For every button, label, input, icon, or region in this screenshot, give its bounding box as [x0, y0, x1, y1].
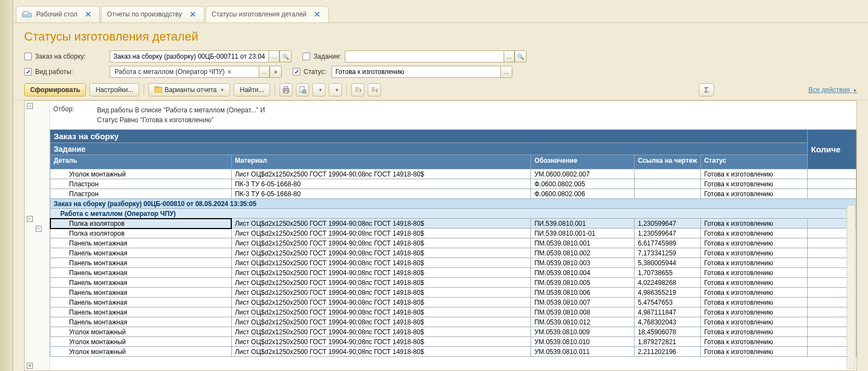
tab-reports[interactable]: Отчеты по производству ✕: [101, 6, 204, 22]
tree-gutter: − − − +: [25, 101, 50, 370]
report-area: − − − + Отбор: Вид работы В списке "Рабо…: [24, 100, 857, 371]
ellipsis-button[interactable]: …: [504, 50, 515, 62]
cell-material: Лист ОЦ$d2x1250x2500 ГОСТ 19904-90;08пс …: [231, 307, 530, 317]
cell-material: Лист ОЦ$d2x1250x2500 ГОСТ 19904-90;08пс …: [231, 229, 530, 238]
cell-detail: Полка изоляторов: [50, 229, 232, 238]
find-button[interactable]: Найти...: [233, 83, 270, 96]
table-row[interactable]: Панель монтажнаяЛист ОЦ$d2x1250x2500 ГОС…: [50, 307, 856, 317]
separator: [346, 84, 347, 95]
table-row[interactable]: ПластронПК-3 ТУ 6-05-1668-80Ф.0600.0802.…: [50, 189, 856, 199]
clear-icon[interactable]: ✕: [270, 66, 282, 78]
task-input[interactable]: [345, 50, 504, 62]
cell-qty: [808, 179, 856, 189]
search-icon[interactable]: 🔍: [279, 50, 292, 62]
preview-button[interactable]: [296, 83, 309, 96]
cell-designation: УМ.0539.0810.009: [531, 327, 635, 337]
cell-material: Лист ОЦ$d2x1250x2500 ГОСТ 19904-90;08пс …: [231, 219, 530, 229]
generate-button[interactable]: Сформировать: [24, 83, 86, 96]
cell-link: 4,987111847: [634, 307, 700, 317]
table-row[interactable]: Панель монтажнаяЛист ОЦ$d2x1250x2500 ГОС…: [50, 288, 856, 298]
cell-detail: Уголок монтажный: [50, 169, 232, 179]
folder-icon: [155, 86, 162, 94]
cell-designation: ПИ.539.0810.001: [531, 219, 635, 229]
group-worktype[interactable]: Работа с металлом (Оператор ЧПУ): [50, 209, 856, 219]
group-order[interactable]: Заказ на сборку (разборку) 00ЦБ-000810 о…: [50, 199, 856, 209]
cell-status: Готова к изготовлению: [700, 298, 807, 307]
toolbar: Сформировать Настройки... Варианты отчет…: [13, 80, 868, 100]
cell-link: 6,617745989: [634, 238, 700, 248]
table-row[interactable]: Уголок монтажныйЛист ОЦ$d2x1250x2500 ГОС…: [50, 337, 856, 347]
order-input[interactable]: [110, 50, 269, 62]
tree-expand-icon[interactable]: +: [27, 363, 33, 369]
table-row[interactable]: Панель монтажнаяЛист ОЦ$d2x1250x2500 ГОС…: [50, 248, 856, 258]
cell-designation: ПМ.0539.0810.003: [531, 258, 635, 268]
report-table: Заказ на сборкуКоличе Задание Деталь Мат…: [50, 129, 856, 357]
collapse-button[interactable]: [368, 83, 381, 96]
header-designation: Обозначение: [531, 155, 635, 169]
tab-desktop[interactable]: Рабочий стол ✕: [16, 6, 100, 22]
print-button[interactable]: [279, 83, 293, 96]
cell-detail: Панель монтажная: [50, 298, 232, 307]
cell-material: Лист ОЦ$d2x1250x2500 ГОСТ 19904-90;08пс …: [231, 169, 530, 179]
worktype-label: Вид работы:: [35, 68, 106, 76]
cell-material: Лист ОЦ$d2x1250x2500 ГОСТ 19904-90;08пс …: [231, 288, 530, 298]
status-checkbox[interactable]: [293, 68, 300, 76]
table-row[interactable]: ПластронПК-3 ТУ 6-05-1668-80Ф.0600.0802.…: [50, 179, 856, 189]
table-row[interactable]: Панель монтажнаяЛист ОЦ$d2x1250x2500 ГОС…: [50, 268, 856, 278]
table-row[interactable]: Уголок монтажныйЛист ОЦ$d2x1250x2500 ГОС…: [50, 169, 856, 179]
cell-detail: Полка изоляторов: [50, 219, 232, 229]
table-row[interactable]: Полка изоляторовЛист ОЦ$d2x1250x2500 ГОС…: [50, 229, 856, 238]
table-row[interactable]: Панель монтажнаяЛист ОЦ$d2x1250x2500 ГОС…: [50, 258, 856, 268]
cell-status: Готова к изготовлению: [700, 258, 807, 268]
mail-button[interactable]: ▼: [329, 83, 342, 96]
table-row[interactable]: Панель монтажнаяЛист ОЦ$d2x1250x2500 ГОС…: [50, 317, 856, 327]
search-icon[interactable]: 🔍: [515, 50, 527, 62]
tab-statuses[interactable]: Статусы изготовления деталей ✕: [205, 6, 329, 22]
worktype-value: Работа с металлом (Оператор ЧПУ): [115, 68, 225, 76]
sigma-button[interactable]: Σ: [699, 83, 714, 96]
table-row[interactable]: Уголок монтажныйЛист ОЦ$d2x1250x2500 ГОС…: [50, 347, 856, 357]
cell-status: Готова к изготовлению: [700, 307, 807, 317]
cell-material: Лист ОЦ$d2x1250x2500 ГОСТ 19904-90;08пс …: [231, 238, 530, 248]
header-drawinglink: Ссылка на чертеж: [634, 155, 700, 169]
cell-link: 5,47547653: [634, 298, 700, 307]
cell-link: 4,986355219: [634, 288, 700, 298]
cell-link: 7,173341259: [634, 248, 700, 258]
report-body[interactable]: Отбор: Вид работы В списке "Работа с мет…: [50, 101, 856, 370]
tree-collapse-icon[interactable]: −: [27, 216, 33, 222]
cell-detail: Панель монтажная: [50, 288, 232, 298]
save-button[interactable]: ▼: [312, 83, 326, 96]
ellipsis-button[interactable]: …: [269, 50, 279, 62]
chevron-down-icon: ▼: [853, 88, 857, 93]
table-row[interactable]: Панель монтажнаяЛист ОЦ$d2x1250x2500 ГОС…: [50, 278, 856, 288]
status-input[interactable]: [332, 66, 500, 78]
tag-clear-icon[interactable]: ✕: [227, 69, 232, 76]
order-checkbox[interactable]: [24, 53, 32, 60]
ellipsis-button[interactable]: …: [500, 66, 512, 78]
all-actions-link[interactable]: Все действия ▼: [808, 86, 857, 94]
tree-collapse-icon[interactable]: −: [36, 226, 42, 232]
cell-link: 4,768302043: [634, 317, 700, 327]
cell-material: Лист ОЦ$d2x1250x2500 ГОСТ 19904-90;08пс …: [231, 347, 530, 357]
expand-button[interactable]: [351, 83, 364, 96]
ellipsis-button[interactable]: …: [259, 66, 270, 78]
table-row[interactable]: Панель монтажнаяЛист ОЦ$d2x1250x2500 ГОС…: [50, 238, 856, 248]
table-row[interactable]: Панель монтажнаяЛист ОЦ$d2x1250x2500 ГОС…: [50, 298, 856, 307]
task-checkbox[interactable]: [302, 53, 310, 60]
table-row[interactable]: Уголок монтажныйЛист ОЦ$d2x1250x2500 ГОС…: [50, 327, 856, 337]
worktype-checkbox[interactable]: [24, 68, 32, 76]
vertical-scrollbar[interactable]: [847, 205, 855, 369]
cell-material: Лист ОЦ$d2x1250x2500 ГОСТ 19904-90;08пс …: [231, 258, 530, 268]
variants-button[interactable]: Варианты отчета ▼: [149, 83, 230, 96]
page-title: Статусы изготовления деталей: [13, 23, 868, 47]
cell-detail: Уголок монтажный: [50, 327, 232, 337]
tab-desktop-label: Рабочий стол: [36, 10, 77, 18]
close-icon[interactable]: ✕: [190, 10, 196, 19]
settings-button[interactable]: Настройки...: [89, 83, 139, 96]
header-task: Задание: [50, 143, 808, 155]
filter-display: Отбор: Вид работы В списке "Работа с мет…: [50, 101, 856, 129]
close-icon[interactable]: ✕: [85, 10, 92, 19]
table-row[interactable]: Полка изоляторовЛист ОЦ$d2x1250x2500 ГОС…: [50, 219, 856, 229]
close-icon[interactable]: ✕: [314, 10, 321, 19]
tree-collapse-icon[interactable]: −: [27, 103, 33, 109]
